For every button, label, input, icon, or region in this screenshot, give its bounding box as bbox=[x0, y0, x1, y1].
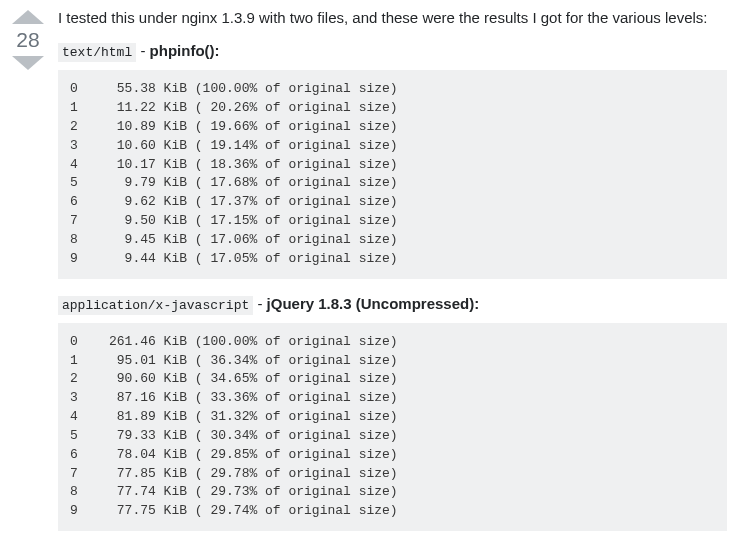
post-body: I tested this under nginx 1.3.9 with two… bbox=[58, 8, 727, 543]
upvote-icon[interactable] bbox=[10, 8, 46, 26]
vote-score: 28 bbox=[16, 26, 39, 54]
vote-column: 28 bbox=[10, 8, 46, 72]
section-desc: jQuery 1.8.3 (Uncompressed): bbox=[267, 295, 480, 312]
results-block-0: 0 55.38 KiB (100.00% of original size) 1… bbox=[58, 70, 727, 278]
answer-post: 28 I tested this under nginx 1.3.9 with … bbox=[10, 8, 727, 543]
results-block-1: 0 261.46 KiB (100.00% of original size) … bbox=[58, 323, 727, 531]
mime-code: text/html bbox=[58, 43, 136, 62]
section-desc: phpinfo(): bbox=[150, 42, 220, 59]
downvote-icon[interactable] bbox=[10, 54, 46, 72]
section-label-0: text/html - phpinfo(): bbox=[58, 42, 727, 60]
intro-text: I tested this under nginx 1.3.9 with two… bbox=[58, 8, 727, 28]
section-label-1: application/x-javascript - jQuery 1.8.3 … bbox=[58, 295, 727, 313]
mime-code: application/x-javascript bbox=[58, 296, 253, 315]
